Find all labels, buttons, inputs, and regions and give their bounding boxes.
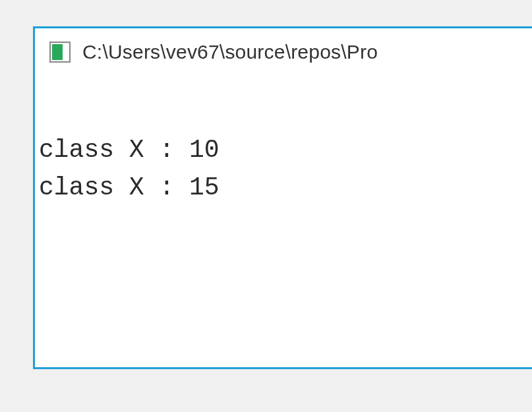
console-app-icon xyxy=(49,42,71,63)
titlebar: C:\Users\vev67\source\repos\Pro xyxy=(35,28,532,76)
console-window: C:\Users\vev67\source\repos\Pro class X … xyxy=(33,26,532,369)
console-output-area: class X : 10 class X : 15 xyxy=(35,76,532,206)
console-line: class X : 15 xyxy=(39,169,532,206)
window-title: C:\Users\vev67\source\repos\Pro xyxy=(82,41,378,63)
console-line: class X : 10 xyxy=(39,131,532,169)
